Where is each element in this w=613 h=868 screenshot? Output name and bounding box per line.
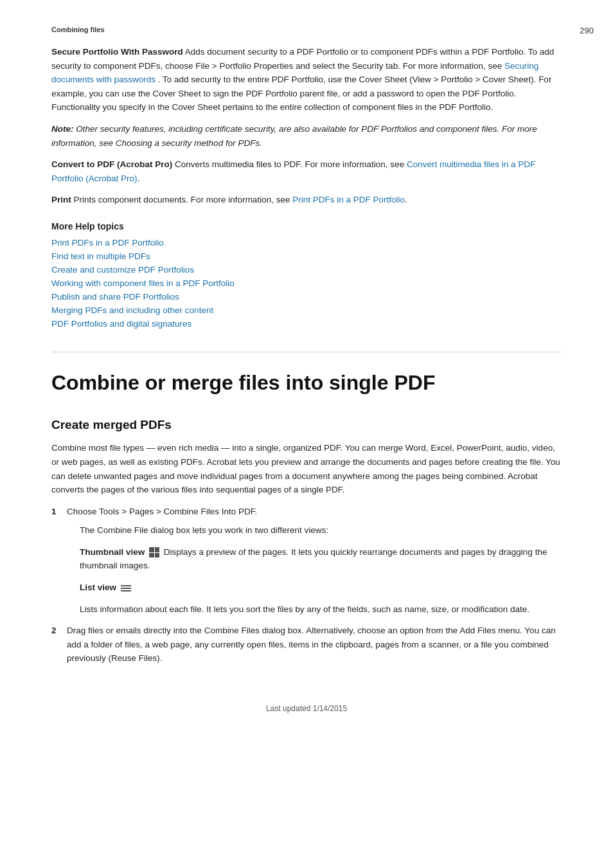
- thumbnail-view-label: Thumbnail view: [80, 547, 145, 557]
- step-1-detail-block: The Combine File dialog box lets you wor…: [80, 523, 562, 616]
- list-item: Print PDFs in a PDF Portfolio: [51, 238, 562, 248]
- secure-portfolio-paragraph: Secure Portfolio With Password Adds docu…: [51, 45, 562, 114]
- print-term: Print: [51, 195, 71, 204]
- note-label: Note:: [51, 124, 74, 134]
- help-link-0[interactable]: Print PDFs in a PDF Portfolio: [51, 238, 164, 248]
- list-item: Find text in multiple PDFs: [51, 251, 562, 261]
- note-paragraph: Note: Other security features, including…: [51, 122, 562, 150]
- list-item: PDF Portfolios and digital signatures: [51, 319, 562, 329]
- thumbnail-view-line: Thumbnail view Displays a preview of the…: [80, 545, 562, 573]
- convert-to-pdf-text1: Converts multimedia files to PDF. For mo…: [172, 159, 407, 169]
- convert-to-pdf-text2: .: [138, 174, 140, 183]
- footer: Last updated 1/14/2015: [51, 704, 562, 713]
- thumbnail-icon: [149, 547, 159, 557]
- help-link-5[interactable]: Merging PDFs and including other content: [51, 305, 213, 315]
- step-1-number: 1: [51, 505, 57, 519]
- page-number: 290: [580, 26, 594, 35]
- list-item: Publish and share PDF Portfolios: [51, 292, 562, 302]
- step-1: 1 Choose Tools > Pages > Combine Files I…: [51, 505, 562, 617]
- step-2: 2 Drag files or emails directly into the…: [51, 624, 562, 665]
- list-item: Working with component files in a PDF Po…: [51, 278, 562, 288]
- print-pdfs-link[interactable]: Print PDFs in a PDF Portfolio: [292, 195, 405, 204]
- secure-portfolio-term: Secure Portfolio With Password: [51, 47, 183, 57]
- section-divider: [51, 352, 562, 352]
- print-paragraph: Print Prints component documents. For mo…: [51, 193, 562, 207]
- list-view-line: List view: [80, 581, 562, 595]
- list-item: Create and customize PDF Portfolios: [51, 265, 562, 275]
- print-text1: Prints component documents. For more inf…: [71, 195, 292, 204]
- help-link-list: Print PDFs in a PDF Portfolio Find text …: [51, 238, 562, 329]
- list-view-text: Lists information about each file. It le…: [80, 602, 562, 617]
- help-link-1[interactable]: Find text in multiple PDFs: [51, 251, 150, 261]
- convert-to-pdf-term: Convert to PDF (Acrobat Pro): [51, 159, 172, 169]
- subsection-intro: Combine most file types — even rich medi…: [51, 441, 562, 496]
- more-help-heading: More Help topics: [51, 221, 562, 231]
- print-text2: .: [405, 195, 407, 204]
- more-help-section: More Help topics Print PDFs in a PDF Por…: [51, 221, 562, 329]
- main-title: Combine or merge files into single PDF: [51, 370, 562, 395]
- step-1-detail: The Combine File dialog box lets you wor…: [80, 523, 562, 538]
- list-view-label: List view: [80, 583, 116, 592]
- section-label: Combining files: [51, 26, 562, 33]
- help-link-6[interactable]: PDF Portfolios and digital signatures: [51, 319, 191, 329]
- steps-list: 1 Choose Tools > Pages > Combine Files I…: [51, 505, 562, 665]
- help-link-3[interactable]: Working with component files in a PDF Po…: [51, 278, 235, 288]
- page-container: 290 Combining files Secure Portfolio Wit…: [0, 0, 613, 752]
- list-item: Merging PDFs and including other content: [51, 305, 562, 315]
- help-link-4[interactable]: Publish and share PDF Portfolios: [51, 292, 179, 302]
- subsection-title: Create merged PDFs: [51, 418, 562, 432]
- step-2-number: 2: [51, 624, 57, 638]
- step-2-text: Drag files or emails directly into the C…: [67, 626, 556, 663]
- convert-to-pdf-paragraph: Convert to PDF (Acrobat Pro) Converts mu…: [51, 158, 562, 185]
- help-link-2[interactable]: Create and customize PDF Portfolios: [51, 265, 194, 275]
- step-1-text: Choose Tools > Pages > Combine Files Int…: [67, 507, 257, 516]
- list-view-icon: [121, 585, 131, 592]
- note-text: Other security features, including certi…: [51, 124, 537, 148]
